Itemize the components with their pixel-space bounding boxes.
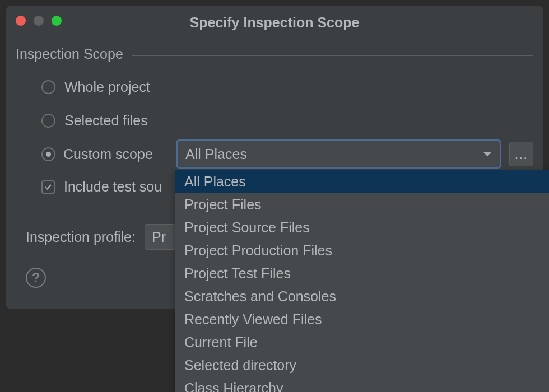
help-button[interactable]: ? <box>26 268 46 288</box>
dropdown-item[interactable]: Scratches and Consoles <box>175 285 549 308</box>
dropdown-item[interactable]: Class Hierarchy <box>175 377 549 392</box>
titlebar: Specify Inspection Scope <box>6 6 543 30</box>
radio-row-custom-scope[interactable]: Custom scope All Places ... <box>41 145 533 163</box>
dialog-title: Specify Inspection Scope <box>6 15 543 31</box>
ellipsis-icon: ... <box>514 146 528 162</box>
checkmark-icon <box>44 183 52 191</box>
divider <box>132 55 533 56</box>
radio-row-selected-files[interactable]: Selected files <box>41 111 533 129</box>
scope-dropdown-popup[interactable]: All PlacesProject FilesProject Source Fi… <box>175 170 549 392</box>
radio-custom-scope[interactable] <box>41 147 55 161</box>
window-controls <box>16 16 62 26</box>
dropdown-item[interactable]: Project Files <box>175 193 549 216</box>
help-icon: ? <box>32 270 40 286</box>
dropdown-item[interactable]: Project Source Files <box>175 216 549 239</box>
inspection-profile-label: Inspection profile: <box>26 229 136 245</box>
radio-label-custom-scope: Custom scope <box>63 146 168 162</box>
include-test-sources-label: Include test sou <box>64 179 162 195</box>
custom-scope-select[interactable]: All Places <box>176 139 501 169</box>
dropdown-item[interactable]: Current File <box>175 331 549 354</box>
include-test-sources-checkbox[interactable] <box>41 180 55 194</box>
radio-label-whole-project: Whole project <box>64 79 150 95</box>
chevron-down-icon <box>483 152 492 156</box>
radio-selected-files[interactable] <box>41 114 55 128</box>
section-header: Inspection Scope <box>16 46 533 62</box>
close-window-button[interactable] <box>16 16 26 26</box>
dropdown-item[interactable]: Project Production Files <box>175 239 549 262</box>
minimize-window-button[interactable] <box>34 16 44 26</box>
dropdown-item[interactable]: Selected directory <box>175 354 549 377</box>
inspection-profile-select[interactable]: Pr <box>145 224 176 250</box>
scope-select-value: All Places <box>185 146 247 162</box>
inspection-scope-dialog: Specify Inspection Scope Inspection Scop… <box>6 6 543 309</box>
maximize-window-button[interactable] <box>52 16 62 26</box>
dropdown-item[interactable]: Project Test Files <box>175 262 549 285</box>
dropdown-item[interactable]: Recently Viewed Files <box>175 308 549 331</box>
radio-whole-project[interactable] <box>41 80 55 94</box>
scope-radio-group: Whole project Selected files Custom scop… <box>16 78 533 163</box>
profile-select-value: Pr <box>152 229 166 245</box>
radio-label-selected-files: Selected files <box>64 113 148 129</box>
radio-row-whole-project[interactable]: Whole project <box>41 78 533 96</box>
scope-edit-button[interactable]: ... <box>509 142 533 166</box>
section-label: Inspection Scope <box>16 46 123 62</box>
dropdown-item[interactable]: All Places <box>175 170 549 193</box>
